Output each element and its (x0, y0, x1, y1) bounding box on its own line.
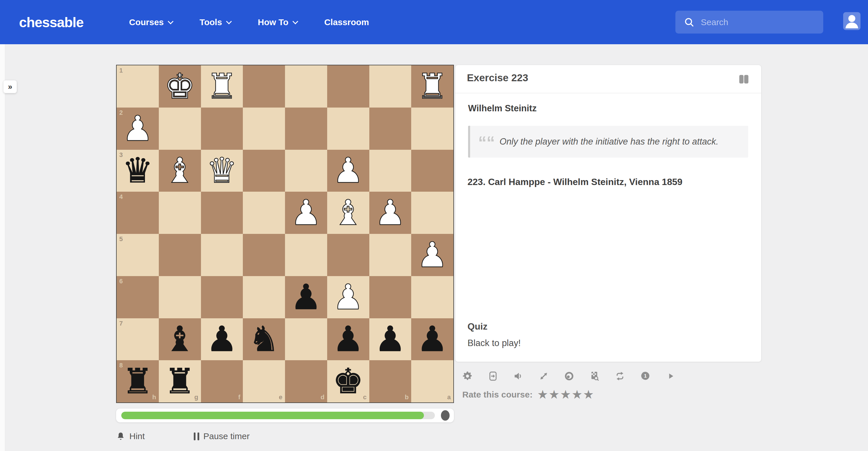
square-f7[interactable]: ♟ (201, 318, 243, 361)
square-b4[interactable]: ♟ (369, 192, 411, 234)
square-e4[interactable] (243, 192, 285, 234)
square-a7[interactable]: ♟ (411, 318, 453, 361)
white-pawn[interactable]: ♟ (122, 111, 153, 146)
black-pawn[interactable]: ♟ (207, 322, 238, 357)
square-g1[interactable]: ♚ (159, 65, 201, 108)
chess-board[interactable]: 1♚♜♜2♟3♛♝♛♟4♟♝♟5♟6♟♟7♝♟♞♟♟♟8h♜g♜fedc♚ba (116, 65, 454, 403)
square-b3[interactable] (369, 150, 411, 192)
square-d2[interactable] (285, 108, 327, 150)
square-d5[interactable] (285, 234, 327, 276)
square-b2[interactable] (369, 108, 411, 150)
black-pawn[interactable]: ♟ (375, 322, 406, 357)
square-h1[interactable]: 1 (117, 65, 159, 108)
square-c6[interactable]: ♟ (327, 276, 369, 318)
black-rook[interactable]: ♜ (164, 364, 195, 399)
square-e6[interactable] (243, 276, 285, 318)
expand-icon[interactable] (538, 370, 549, 382)
white-pawn[interactable]: ♟ (417, 237, 448, 272)
square-e8[interactable]: e (243, 360, 285, 402)
square-c5[interactable] (327, 234, 369, 276)
star-3[interactable]: ★ (560, 389, 572, 401)
analysis-board-icon[interactable] (589, 370, 600, 382)
square-g2[interactable] (159, 108, 201, 150)
visualize-icon[interactable] (564, 370, 575, 382)
square-h3[interactable]: 3♛ (117, 150, 159, 192)
square-b1[interactable] (369, 65, 411, 108)
open-book-icon[interactable] (738, 74, 750, 85)
nav-item-tools[interactable]: Tools (199, 17, 230, 27)
white-rook[interactable]: ♜ (417, 69, 448, 104)
star-1[interactable]: ★ (537, 389, 549, 401)
square-a8[interactable]: a (411, 360, 453, 402)
square-a6[interactable] (411, 276, 453, 318)
square-h8[interactable]: 8h♜ (117, 360, 159, 402)
square-a2[interactable] (411, 108, 453, 150)
square-e1[interactable] (243, 65, 285, 108)
square-e5[interactable] (243, 234, 285, 276)
square-d3[interactable] (285, 150, 327, 192)
square-f2[interactable] (201, 108, 243, 150)
white-rook[interactable]: ♜ (207, 69, 238, 104)
pause-timer-button[interactable]: Pause timer (194, 431, 249, 441)
white-pawn[interactable]: ♟ (333, 153, 364, 188)
black-pawn[interactable]: ♟ (417, 322, 448, 357)
square-b6[interactable] (369, 276, 411, 318)
black-queen[interactable]: ♛ (122, 153, 153, 188)
square-h6[interactable]: 6 (117, 276, 159, 318)
black-rook[interactable]: ♜ (122, 364, 153, 399)
square-g6[interactable] (159, 276, 201, 318)
square-c2[interactable] (327, 108, 369, 150)
square-g4[interactable] (159, 192, 201, 234)
square-a1[interactable]: ♜ (411, 65, 453, 108)
square-b7[interactable]: ♟ (369, 318, 411, 361)
square-d1[interactable] (285, 65, 327, 108)
square-f4[interactable] (201, 192, 243, 234)
repeat-icon[interactable] (615, 370, 625, 382)
black-bishop[interactable]: ♝ (164, 322, 195, 357)
square-h5[interactable]: 5 (117, 234, 159, 276)
square-c3[interactable]: ♟ (327, 150, 369, 192)
search-icon[interactable] (683, 17, 695, 28)
square-h2[interactable]: 2♟ (117, 108, 159, 150)
nav-item-how-to[interactable]: How To (258, 17, 297, 27)
square-e2[interactable] (243, 108, 285, 150)
forward-icon[interactable] (488, 370, 498, 382)
comments-icon[interactable]: 1 (640, 370, 651, 382)
nav-item-courses[interactable]: Courses (129, 17, 172, 27)
settings-icon[interactable] (462, 370, 473, 382)
square-g8[interactable]: g♜ (159, 360, 201, 402)
star-2[interactable]: ★ (549, 389, 560, 401)
user-avatar[interactable] (843, 12, 861, 30)
square-e3[interactable] (243, 150, 285, 192)
square-f1[interactable]: ♜ (201, 65, 243, 108)
black-king[interactable]: ♚ (333, 364, 364, 399)
square-g3[interactable]: ♝ (159, 150, 201, 192)
white-pawn[interactable]: ♟ (333, 280, 364, 314)
square-c1[interactable] (327, 65, 369, 108)
square-d6[interactable]: ♟ (285, 276, 327, 318)
square-c7[interactable]: ♟ (327, 318, 369, 361)
square-e7[interactable]: ♞ (243, 318, 285, 361)
square-f3[interactable]: ♛ (201, 150, 243, 192)
white-pawn[interactable]: ♟ (375, 195, 406, 230)
white-bishop[interactable]: ♝ (164, 153, 195, 188)
volume-icon[interactable] (513, 370, 524, 382)
white-pawn[interactable]: ♟ (290, 195, 322, 230)
white-bishop[interactable]: ♝ (333, 195, 364, 230)
square-a3[interactable] (411, 150, 453, 192)
hint-button[interactable]: Hint (116, 431, 145, 441)
square-f5[interactable] (201, 234, 243, 276)
white-king[interactable]: ♚ (164, 69, 195, 104)
square-g7[interactable]: ♝ (159, 318, 201, 361)
square-h7[interactable]: 7 (117, 318, 159, 361)
square-a4[interactable] (411, 192, 453, 234)
square-b5[interactable] (369, 234, 411, 276)
square-c8[interactable]: c♚ (327, 360, 369, 402)
square-h4[interactable]: 4 (117, 192, 159, 234)
star-4[interactable]: ★ (571, 389, 583, 401)
square-d4[interactable]: ♟ (285, 192, 327, 234)
play-icon[interactable] (665, 370, 676, 382)
square-a5[interactable]: ♟ (411, 234, 453, 276)
square-f8[interactable]: f (201, 360, 243, 402)
sidebar-expander-button[interactable]: » (3, 80, 17, 93)
